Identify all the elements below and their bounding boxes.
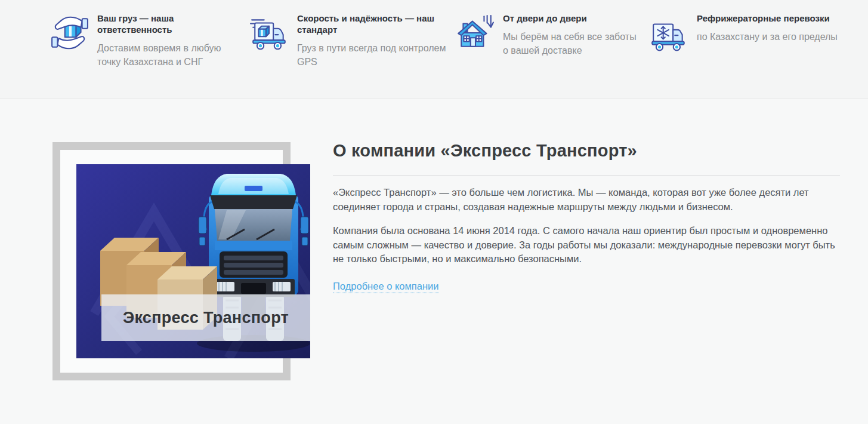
hands-box-icon bbox=[50, 13, 89, 53]
feature-title: Скорость и надёжность — наш стандарт bbox=[297, 13, 446, 36]
feature-item-door-to-door: От двери до двери Мы берём на себя все з… bbox=[456, 11, 641, 57]
features-bar: Ваш груз — наша ответственность Доставим… bbox=[0, 0, 868, 99]
house-delivery-icon bbox=[456, 13, 495, 53]
photo-caption-strip: Экспресс Транспорт bbox=[101, 294, 310, 341]
feature-title: Ваш груз — наша ответственность bbox=[97, 13, 243, 36]
feature-item-cargo-care: Ваш груз — наша ответственность Доставим… bbox=[50, 11, 243, 69]
feature-description: по Казахстану и за его пределы bbox=[697, 30, 841, 44]
feature-description: Доставим вовремя в любую точку Казахстан… bbox=[97, 41, 243, 69]
page-title: О компании «Экспресс Транспорт» bbox=[333, 141, 841, 161]
about-paragraph: Компания была основана 14 июня 2014 года… bbox=[333, 224, 841, 266]
speed-truck-icon bbox=[250, 13, 289, 53]
feature-item-speed: Скорость и надёжность — наш стандарт Гру… bbox=[250, 11, 446, 69]
about-section: О компании «Экспресс Транспорт» «Экспрес… bbox=[333, 141, 841, 293]
about-more-link[interactable]: Подробнее о компании bbox=[333, 281, 439, 293]
feature-title: От двери до двери bbox=[503, 13, 641, 24]
feature-description: Мы берём на себя все заботы о вашей дост… bbox=[503, 30, 641, 57]
about-paragraph: «Экспресс Транспорт» — это больше чем ло… bbox=[333, 186, 841, 214]
photo-caption: Экспресс Транспорт bbox=[123, 309, 289, 327]
reefer-truck-icon bbox=[650, 13, 689, 53]
feature-description: Груз в пути всегда под контролем GPS bbox=[297, 41, 446, 69]
heading-divider bbox=[333, 175, 840, 176]
feature-title: Рефрижераторные перевозки bbox=[697, 13, 841, 24]
feature-item-reefer: Рефрижераторные перевозки по Казахстану … bbox=[650, 11, 841, 53]
page: Ваш груз — наша ответственность Доставим… bbox=[0, 0, 868, 424]
company-photo: Экспресс Транспорт bbox=[76, 164, 310, 358]
